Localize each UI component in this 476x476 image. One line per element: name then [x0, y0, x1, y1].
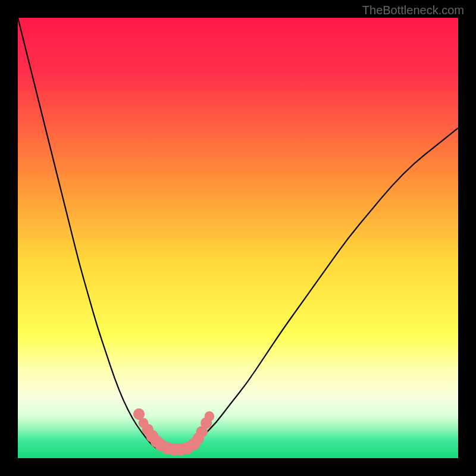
left-curve — [18, 18, 159, 449]
right-curve — [185, 128, 458, 449]
chart-curves-layer — [18, 18, 458, 458]
curve-markers — [133, 408, 214, 455]
watermark-text: TheBottleneck.com — [362, 4, 464, 17]
chart-plot-area — [18, 18, 458, 458]
data-marker — [205, 411, 215, 421]
